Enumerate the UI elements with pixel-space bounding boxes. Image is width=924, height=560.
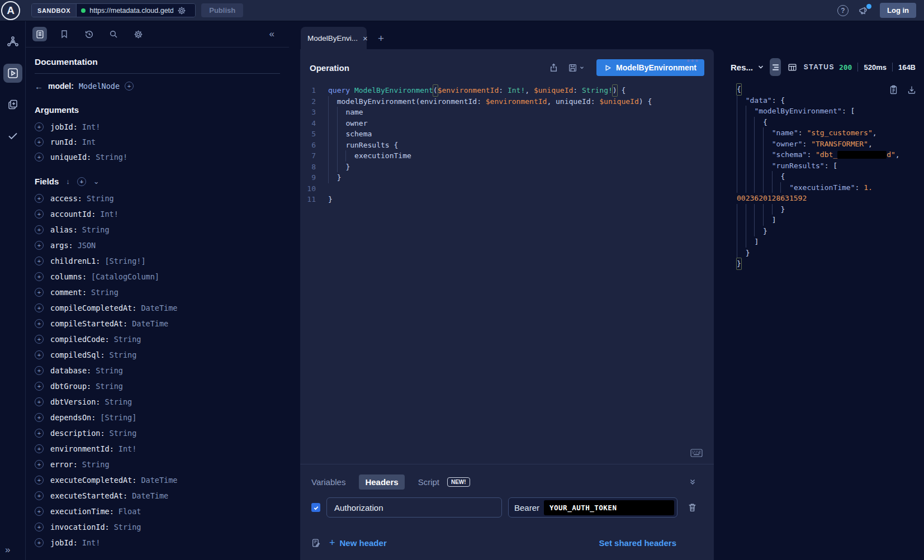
add-field-icon[interactable]: + <box>35 538 44 547</box>
field-type[interactable]: String <box>96 366 123 375</box>
share-operation-icon[interactable] <box>549 63 558 73</box>
add-field-icon[interactable]: + <box>35 210 44 219</box>
model-type-link[interactable]: ModelNode <box>79 82 120 91</box>
add-field-icon[interactable]: + <box>35 241 44 250</box>
add-field-icon[interactable]: + <box>35 507 44 516</box>
endpoint-settings-gear-icon[interactable] <box>177 6 186 15</box>
argument-name[interactable]: runId: <box>50 137 78 146</box>
sandbox-badge[interactable]: SANDBOX <box>32 4 77 17</box>
field-name[interactable]: dependsOn: <box>50 413 96 422</box>
field-type[interactable]: String <box>82 225 110 234</box>
operation-more-menu-icon[interactable]: ••• <box>686 56 699 66</box>
response-json-viewer[interactable]: {"data": {"modelByEnvironment": [{"name"… <box>737 84 924 269</box>
argument-type[interactable]: Int! <box>82 122 101 131</box>
copy-response-icon[interactable] <box>889 85 898 94</box>
add-field-icon[interactable]: + <box>35 444 44 453</box>
argument-name[interactable]: uniqueId: <box>50 153 91 162</box>
table-view-toggle[interactable] <box>786 58 798 76</box>
new-tab-icon[interactable]: + <box>378 32 384 49</box>
add-field-icon[interactable]: + <box>35 335 44 344</box>
field-type[interactable]: [CatalogColumn] <box>91 272 159 281</box>
add-field-icon[interactable]: + <box>35 429 44 438</box>
endpoint-url[interactable]: https://metadata.cloud.getd <box>89 7 173 15</box>
add-field-icon[interactable]: + <box>35 319 44 328</box>
search-icon[interactable] <box>106 27 121 41</box>
response-dropdown[interactable]: Res... <box>731 63 764 72</box>
field-name[interactable]: accountId: <box>50 210 96 219</box>
field-type[interactable]: String <box>91 288 119 297</box>
field-name[interactable]: access: <box>50 194 82 203</box>
field-name[interactable]: childrenL1: <box>50 257 100 265</box>
documentation-tab-icon[interactable] <box>32 27 47 41</box>
announcements-megaphone-icon[interactable] <box>859 6 870 16</box>
field-type[interactable]: DateTime <box>132 319 168 328</box>
collapse-sidebar-icon[interactable]: « <box>269 29 274 40</box>
add-field-icon[interactable]: + <box>35 476 44 485</box>
close-tab-icon[interactable]: × <box>363 34 368 43</box>
argument-type[interactable]: Int <box>82 137 96 146</box>
add-field-icon[interactable]: + <box>35 350 44 359</box>
add-field-icon[interactable]: + <box>35 303 44 312</box>
field-type[interactable]: [String] <box>100 413 136 422</box>
tab-script[interactable]: Script <box>418 477 439 487</box>
field-type[interactable]: DateTime <box>141 303 177 312</box>
field-name[interactable]: database: <box>50 366 91 375</box>
field-name[interactable]: executeStartedAt: <box>50 491 127 500</box>
auth-token-value[interactable]: YOUR_AUTH_TOKEN <box>544 500 674 515</box>
new-header-button[interactable]: + New header <box>329 537 387 549</box>
add-field-icon[interactable]: + <box>35 382 44 391</box>
field-name[interactable]: args: <box>50 241 73 250</box>
endpoint-url-box[interactable]: https://metadata.cloud.getd <box>77 4 195 17</box>
sort-fields-icon[interactable]: ↓ <box>66 177 70 186</box>
field-name[interactable]: compiledCode: <box>50 335 110 344</box>
add-argument-icon[interactable]: + <box>35 137 44 146</box>
field-name[interactable]: comment: <box>50 288 87 297</box>
collapse-panel-icon[interactable] <box>688 477 697 486</box>
field-type[interactable]: String <box>110 429 137 438</box>
add-field-icon[interactable]: + <box>35 491 44 500</box>
field-type[interactable]: String <box>114 523 141 531</box>
environment-variables-icon[interactable] <box>311 538 321 548</box>
add-model-field-icon[interactable]: + <box>125 82 134 91</box>
field-type[interactable]: String <box>110 350 137 359</box>
add-field-icon[interactable]: + <box>35 397 44 406</box>
tab-headers[interactable]: Headers <box>359 474 404 490</box>
publish-button[interactable]: Publish <box>201 3 243 17</box>
field-name[interactable]: dbtVersion: <box>50 397 100 406</box>
settings-gear-icon[interactable] <box>131 27 145 41</box>
field-name[interactable]: compileStartedAt: <box>50 319 127 328</box>
tab-variables[interactable]: Variables <box>311 477 345 487</box>
query-editor[interactable]: 1query ModelByEnvironment($environmentId… <box>300 80 714 464</box>
saved-collections-bookmark-icon[interactable] <box>57 27 72 41</box>
field-name[interactable]: dbtGroup: <box>50 382 91 391</box>
add-field-icon[interactable]: + <box>35 523 44 531</box>
add-field-icon[interactable]: + <box>35 194 44 203</box>
add-argument-icon[interactable]: + <box>35 153 44 162</box>
set-shared-headers-link[interactable]: Set shared headers <box>599 538 676 548</box>
apollo-logo[interactable]: A <box>1 1 20 20</box>
add-field-icon[interactable]: + <box>35 272 44 281</box>
field-type[interactable]: Float <box>119 507 141 516</box>
back-arrow-icon[interactable]: ← <box>35 82 43 91</box>
add-all-fields-icon[interactable]: + <box>77 177 86 186</box>
field-type[interactable]: String <box>114 335 141 344</box>
add-field-icon[interactable]: + <box>35 413 44 422</box>
field-type[interactable]: String <box>96 382 123 391</box>
field-name[interactable]: description: <box>50 429 105 438</box>
add-argument-icon[interactable]: + <box>35 122 44 131</box>
field-type[interactable]: DateTime <box>141 476 177 485</box>
header-enabled-checkbox[interactable] <box>311 503 320 512</box>
add-field-icon[interactable]: + <box>35 460 44 469</box>
field-name[interactable]: executeCompletedAt: <box>50 476 136 485</box>
history-icon[interactable] <box>82 27 96 41</box>
field-type[interactable]: JSON <box>78 241 96 250</box>
expand-rail-icon[interactable]: » <box>5 544 10 556</box>
add-field-icon[interactable]: + <box>35 366 44 375</box>
field-type[interactable]: Int! <box>119 444 137 453</box>
argument-name[interactable]: jobId: <box>50 122 78 131</box>
field-name[interactable]: invocationId: <box>50 523 110 531</box>
operation-tab[interactable]: ModelByEnvi... × <box>301 27 367 49</box>
field-type[interactable]: Int! <box>82 538 101 547</box>
field-name[interactable]: error: <box>50 460 78 469</box>
field-name[interactable]: executionTime: <box>50 507 114 516</box>
